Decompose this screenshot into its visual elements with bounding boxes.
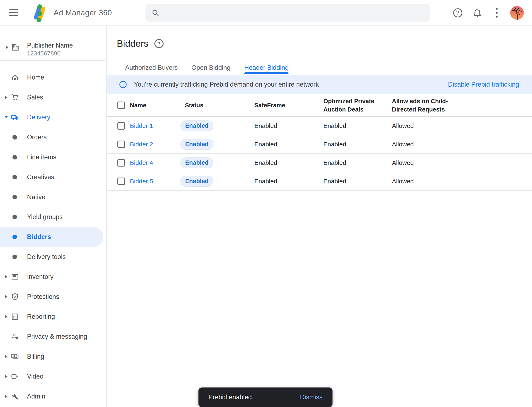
bidders-table: Name Status SafeFrame Optimized Private … [107, 94, 532, 191]
column-header-auction-deals: Optimized Private Auction Deals [323, 97, 378, 114]
page-title: Bidders [117, 38, 149, 49]
sidebar-item-native[interactable]: Native [0, 187, 103, 207]
column-header-safeframe: SafeFrame [254, 101, 285, 110]
tab-header-bidding[interactable]: Header Bidding [244, 61, 289, 74]
avatar[interactable] [510, 6, 524, 20]
notifications-button[interactable] [470, 0, 485, 25]
menu-icon[interactable] [9, 8, 18, 17]
tab-open-bidding[interactable]: Open Bidding [191, 61, 230, 74]
auction-deals-value: Enabled [323, 122, 378, 129]
sidebar-item-billing[interactable]: Billing [0, 347, 103, 367]
chevron-down-icon [5, 116, 8, 118]
sidebar-item-home[interactable]: Home [0, 68, 103, 87]
chevron-right-icon [6, 46, 8, 49]
row-checkbox[interactable] [117, 141, 125, 148]
sidebar-item-protections[interactable]: Protections [0, 287, 103, 307]
child-directed-value: Allowed [392, 141, 448, 148]
sidebar-item-reporting[interactable]: Reporting [0, 307, 103, 327]
search-icon [151, 9, 160, 17]
avatar-palm-image [510, 6, 524, 20]
bar-chart-icon [11, 313, 19, 321]
main-content: Bidders ? Authorized Buyers Open Bidding… [107, 26, 532, 407]
chevron-right-icon [5, 375, 8, 378]
more-options-button[interactable] [489, 0, 504, 25]
help-icon: ? [453, 8, 462, 17]
info-icon [119, 80, 127, 89]
sidebar-item-orders[interactable]: Orders [0, 127, 103, 147]
chevron-right-icon [5, 295, 8, 298]
row-checkbox[interactable] [117, 178, 125, 185]
sidebar-item-line-items[interactable]: Line items [0, 147, 103, 167]
sidebar-item-bidders[interactable]: Bidders [0, 227, 103, 247]
sidebar-item-admin[interactable]: Admin [0, 386, 103, 406]
bullet-dot-icon [12, 155, 17, 159]
publisher-name: Publisher Name [27, 42, 73, 49]
product-name: Ad Manager 360 [54, 0, 112, 25]
search-bar[interactable] [145, 4, 430, 22]
sidebar: Publisher Name 1234567890 Home Sales [0, 26, 107, 407]
safeframe-value: Enabled [254, 141, 277, 148]
row-checkbox[interactable] [117, 159, 125, 166]
sidebar-item-inventory[interactable]: Inventory [0, 267, 103, 287]
status-badge: Enabled [180, 157, 213, 168]
help-button[interactable]: ? [450, 0, 465, 25]
app-root: Ad Manager 360 ? [0, 0, 532, 407]
child-directed-value: Allowed [392, 159, 448, 166]
snackbar-toast: Prebid enabled. Dismiss [198, 387, 332, 407]
bidder-link[interactable]: Bidder 5 [130, 178, 153, 185]
sidebar-item-yield-groups[interactable]: Yield groups [0, 207, 103, 227]
notifications-bell-icon [472, 8, 482, 18]
table-row: Bidder 2 Enabled Enabled Enabled Allowed [107, 135, 532, 154]
chevron-right-icon [5, 355, 8, 358]
bullet-dot-icon [12, 235, 17, 239]
chevron-right-icon [5, 275, 8, 278]
select-all-checkbox[interactable] [117, 102, 125, 109]
bullet-dot-icon [12, 215, 17, 219]
disable-prebid-trafficking-link[interactable]: Disable Prebid trafficking [448, 81, 519, 88]
sidebar-item-video[interactable]: Video [0, 367, 103, 386]
shield-check-icon [11, 293, 19, 301]
sidebar-divider [0, 60, 106, 61]
cart-icon [11, 93, 19, 102]
bullet-dot-icon [12, 175, 17, 180]
chevron-right-icon [5, 395, 8, 398]
publisher-switcher[interactable]: Publisher Name 1234567890 [0, 34, 106, 60]
status-badge: Enabled [180, 120, 213, 131]
table-row: Bidder 4 Enabled Enabled Enabled Allowed [107, 154, 532, 172]
ad-manager-logo-icon [30, 2, 51, 23]
tab-authorized-buyers[interactable]: Authorized Buyers [125, 61, 178, 74]
money-icon [11, 352, 19, 361]
status-badge: Enabled [180, 139, 213, 150]
auction-deals-value: Enabled [323, 141, 378, 148]
bullet-dot-icon [12, 195, 17, 199]
bidder-link[interactable]: Bidder 4 [130, 159, 153, 166]
truck-icon [11, 113, 19, 121]
home-icon [11, 73, 19, 82]
ad-unit-icon [11, 273, 19, 281]
auction-deals-value: Enabled [323, 159, 378, 166]
safeframe-value: Enabled [254, 122, 277, 129]
toast-dismiss-button[interactable]: Dismiss [300, 393, 323, 401]
sidebar-item-delivery-tools[interactable]: Delivery tools [0, 247, 103, 267]
child-directed-value: Allowed [392, 178, 448, 185]
sidebar-nav: Home Sales Delivery [0, 68, 106, 406]
sidebar-item-delivery[interactable]: Delivery [0, 107, 103, 127]
bullet-dot-icon [12, 135, 17, 140]
sidebar-item-privacy-messaging[interactable]: Privacy & messaging [0, 327, 103, 347]
person-shield-icon [11, 332, 19, 341]
top-app-bar: Ad Manager 360 ? [0, 0, 532, 25]
sidebar-item-creatives[interactable]: Creatives [0, 167, 103, 187]
more-vert-icon [496, 8, 498, 18]
safeframe-value: Enabled [254, 178, 277, 185]
search-input[interactable] [165, 9, 424, 17]
sidebar-item-sales[interactable]: Sales [0, 87, 103, 107]
tab-bar: Authorized Buyers Open Bidding Header Bi… [125, 61, 289, 74]
publisher-network-code: 1234567890 [27, 50, 60, 57]
banner-message: You’re currently trafficking Prebid dema… [134, 81, 319, 88]
page-help-icon[interactable]: ? [154, 39, 163, 48]
toast-message: Prebid enabled. [209, 393, 254, 401]
row-checkbox[interactable] [117, 122, 125, 130]
bidder-link[interactable]: Bidder 1 [130, 122, 153, 129]
bidder-link[interactable]: Bidder 2 [130, 141, 153, 148]
child-directed-value: Allowed [392, 122, 448, 129]
